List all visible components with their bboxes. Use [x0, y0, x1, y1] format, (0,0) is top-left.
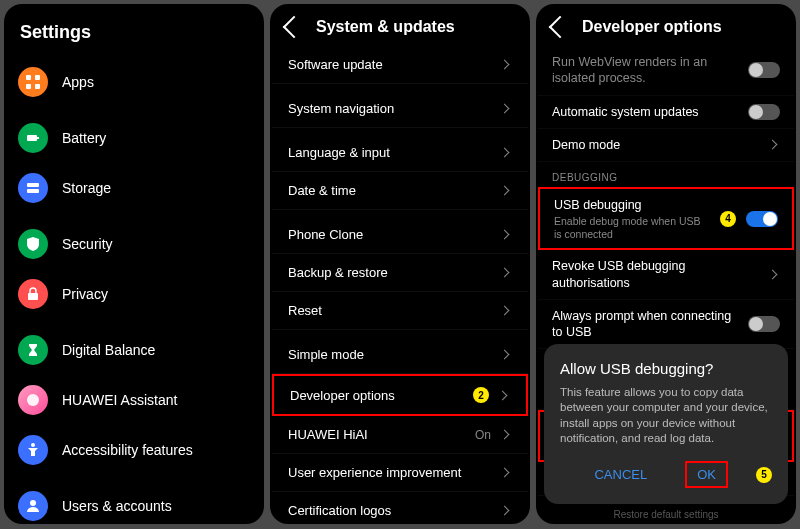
row-demo-mode[interactable]: Demo mode: [538, 129, 794, 162]
cancel-button[interactable]: CANCEL: [584, 463, 657, 486]
hourglass-icon: [18, 335, 48, 365]
section-debugging: DEBUGGING: [538, 162, 794, 187]
developer-options-screen: Developer options Run WebView renders in…: [536, 4, 796, 524]
item-label: Battery: [62, 130, 250, 146]
svg-point-10: [31, 443, 35, 447]
dialog-body: This feature allows you to copy data bet…: [560, 385, 772, 447]
row-software-update[interactable]: Software update: [272, 46, 528, 84]
row-webview-isolated[interactable]: Run WebView renders in an isolated proce…: [538, 46, 794, 96]
toggle-switch[interactable]: [748, 62, 780, 78]
item-label: Accessibility features: [62, 442, 250, 458]
svg-rect-1: [35, 75, 40, 80]
chevron-right-icon: [498, 390, 508, 400]
row-auto-updates[interactable]: Automatic system updates: [538, 96, 794, 129]
chevron-right-icon: [500, 268, 510, 278]
back-icon[interactable]: [283, 16, 306, 39]
step-badge-2: 2: [473, 387, 489, 403]
svg-rect-3: [35, 84, 40, 89]
page-title: System & updates: [316, 18, 455, 36]
item-label: HUAWEI Assistant: [62, 392, 250, 408]
sidebar-item-digital-balance[interactable]: Digital Balance: [6, 325, 262, 375]
ok-button[interactable]: OK: [685, 461, 728, 488]
settings-header: Settings: [6, 4, 262, 57]
battery-icon: [18, 123, 48, 153]
chevron-right-icon: [500, 60, 510, 70]
step-badge-4: 4: [720, 211, 736, 227]
page-title: Settings: [20, 22, 91, 43]
shield-icon: [18, 229, 48, 259]
row-certification-logos[interactable]: Certification logos: [272, 492, 528, 524]
chevron-right-icon: [500, 468, 510, 478]
row-user-experience[interactable]: User experience improvement: [272, 454, 528, 492]
sidebar-item-apps[interactable]: Apps: [6, 57, 262, 107]
chevron-right-icon: [768, 140, 778, 150]
sidebar-item-privacy[interactable]: Privacy: [6, 269, 262, 319]
row-developer-options[interactable]: Developer options 2: [272, 374, 528, 416]
svg-rect-7: [27, 189, 39, 193]
svg-rect-4: [27, 135, 37, 141]
row-reset[interactable]: Reset: [272, 292, 528, 330]
users-icon: [18, 491, 48, 521]
chevron-right-icon: [500, 306, 510, 316]
accessibility-icon: [18, 435, 48, 465]
sidebar-item-users-accounts[interactable]: Users & accounts: [6, 481, 262, 524]
svg-point-9: [27, 394, 39, 406]
sidebar-item-battery[interactable]: Battery: [6, 113, 262, 163]
sidebar-item-storage[interactable]: Storage: [6, 163, 262, 213]
chevron-right-icon: [500, 430, 510, 440]
row-phone-clone[interactable]: Phone Clone: [272, 216, 528, 254]
chevron-right-icon: [768, 270, 778, 280]
restore-default-text: Restore default settings: [536, 509, 796, 520]
chevron-right-icon: [500, 104, 510, 114]
apps-icon: [18, 67, 48, 97]
row-always-prompt-usb[interactable]: Always prompt when connecting to USB: [538, 300, 794, 350]
toggle-switch[interactable]: [748, 316, 780, 332]
row-language-input[interactable]: Language & input: [272, 134, 528, 172]
row-usb-debugging[interactable]: USB debugging Enable debug mode when USB…: [538, 187, 794, 250]
row-revoke-usb[interactable]: Revoke USB debugging authorisations: [538, 250, 794, 300]
sidebar-item-accessibility[interactable]: Accessibility features: [6, 425, 262, 475]
assistant-icon: [18, 385, 48, 415]
chevron-right-icon: [500, 186, 510, 196]
item-label: Users & accounts: [62, 498, 250, 514]
row-huawei-hiai[interactable]: HUAWEI HiAIOn: [272, 416, 528, 454]
lock-icon: [18, 279, 48, 309]
svg-rect-8: [28, 293, 38, 300]
sidebar-item-security[interactable]: Security: [6, 219, 262, 269]
row-system-navigation[interactable]: System navigation: [272, 90, 528, 128]
item-label: Apps: [62, 74, 250, 90]
svg-rect-5: [37, 137, 39, 139]
step-badge-5: 5: [756, 467, 772, 483]
svg-rect-2: [26, 84, 31, 89]
chevron-right-icon: [500, 230, 510, 240]
page-title: Developer options: [582, 18, 722, 36]
item-label: Digital Balance: [62, 342, 250, 358]
item-label: Privacy: [62, 286, 250, 302]
sidebar-item-huawei-assistant[interactable]: HUAWEI Assistant: [6, 375, 262, 425]
usb-debugging-dialog: Allow USB debugging? This feature allows…: [544, 344, 788, 504]
system-updates-screen: System & updates Software update System …: [270, 4, 530, 524]
chevron-right-icon: [500, 350, 510, 360]
screen-header: Developer options: [538, 4, 794, 46]
row-simple-mode[interactable]: Simple mode: [272, 336, 528, 374]
row-backup-restore[interactable]: Backup & restore: [272, 254, 528, 292]
item-label: Security: [62, 236, 250, 252]
storage-icon: [18, 173, 48, 203]
svg-rect-6: [27, 183, 39, 187]
settings-screen: Settings Apps Battery Storage Security P…: [4, 4, 264, 524]
row-date-time[interactable]: Date & time: [272, 172, 528, 210]
toggle-switch[interactable]: [748, 104, 780, 120]
screen-header: System & updates: [272, 4, 528, 46]
back-icon[interactable]: [549, 16, 572, 39]
svg-point-11: [30, 500, 36, 506]
svg-rect-0: [26, 75, 31, 80]
toggle-switch[interactable]: [746, 211, 778, 227]
dialog-title: Allow USB debugging?: [560, 360, 772, 377]
chevron-right-icon: [500, 148, 510, 158]
item-label: Storage: [62, 180, 250, 196]
chevron-right-icon: [500, 506, 510, 516]
